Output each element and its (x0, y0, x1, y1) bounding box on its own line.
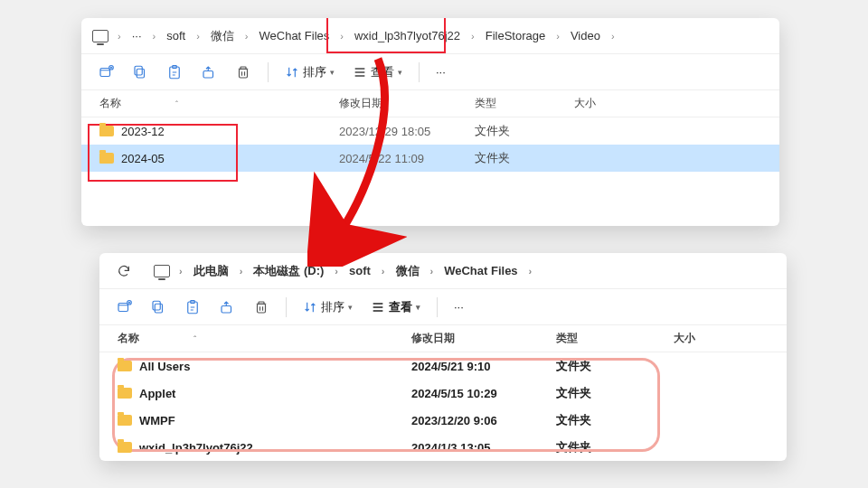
svg-rect-11 (153, 301, 160, 310)
sort-button[interactable]: 排序 ▾ (278, 61, 342, 84)
svg-rect-15 (258, 304, 266, 313)
paste-icon[interactable] (159, 59, 190, 86)
breadcrumb-item[interactable]: wxid_lp3h7lyot76j22 (351, 25, 464, 46)
chevron-right-icon: › (234, 266, 249, 277)
table-row-selected[interactable]: 2024-05 2024/5/22 11:09 文件夹 (81, 145, 779, 172)
file-name: All Users (139, 360, 190, 373)
sort-caret-icon: ˆ (175, 99, 178, 108)
this-pc-icon[interactable] (154, 265, 170, 277)
chevron-right-icon: › (174, 266, 188, 277)
toolbar: 排序 ▾ 查看 ▾ ··· (99, 289, 787, 325)
column-type[interactable]: 类型 (556, 331, 674, 346)
file-date: 2024/5/21 9:10 (411, 360, 556, 373)
view-label: 查看 (371, 64, 394, 80)
breadcrumb-item[interactable]: Video (567, 25, 604, 46)
file-type: 文件夹 (475, 150, 574, 166)
breadcrumb-ellipsis[interactable]: ··· (128, 25, 146, 46)
svg-rect-3 (135, 66, 142, 75)
chevron-right-icon: › (329, 266, 344, 277)
column-name-label: 名称 (99, 97, 121, 109)
copy-icon[interactable] (125, 59, 156, 86)
folder-icon (118, 361, 132, 371)
share-icon[interactable] (212, 294, 242, 321)
more-button[interactable]: ··· (447, 296, 471, 317)
chevron-right-icon: › (466, 31, 480, 42)
explorer-window-1: › ··· › soft › 微信 › WeChat Files › wxid_… (81, 18, 779, 226)
new-folder-icon[interactable] (108, 294, 139, 321)
column-size[interactable]: 大小 (674, 331, 737, 346)
chevron-right-icon: › (191, 31, 205, 42)
breadcrumb-item[interactable]: WeChat Files (440, 260, 521, 281)
table-row[interactable]: wxid_lp3h7lyot76j22 2024/1/3 13:05 文件夹 (99, 434, 787, 461)
table-row[interactable]: 2023-12 2023/12/29 18:05 文件夹 (81, 117, 779, 145)
file-name: WMPF (139, 414, 175, 427)
breadcrumb-item[interactable]: FileStorage (482, 25, 549, 46)
file-type: 文件夹 (556, 439, 674, 455)
separator (268, 62, 269, 82)
new-folder-icon[interactable] (90, 59, 121, 86)
breadcrumb-item[interactable]: 本地磁盘 (D:) (250, 259, 327, 283)
chevron-right-icon: › (147, 31, 162, 42)
share-icon[interactable] (193, 59, 224, 86)
table-row[interactable]: Applet 2024/5/15 10:29 文件夹 (99, 380, 787, 407)
column-date[interactable]: 修改日期 (411, 331, 556, 346)
separator (437, 297, 438, 317)
file-name: 2024-05 (121, 152, 165, 165)
chevron-right-icon: › (606, 31, 620, 42)
chevron-down-icon: ▾ (416, 303, 420, 312)
more-button[interactable]: ··· (429, 61, 453, 82)
chevron-right-icon: › (112, 31, 127, 42)
file-type: 文件夹 (556, 358, 674, 374)
copy-icon[interactable] (143, 294, 174, 321)
view-label: 查看 (389, 299, 412, 315)
column-type[interactable]: 类型 (475, 96, 574, 111)
breadcrumb-item[interactable]: soft (163, 25, 189, 46)
more-icon: ··· (436, 65, 446, 79)
table-row[interactable]: All Users 2024/5/21 9:10 文件夹 (99, 352, 787, 380)
chevron-right-icon: › (425, 266, 439, 277)
svg-rect-6 (203, 70, 213, 78)
more-icon: ··· (454, 300, 464, 314)
address-bar: › 此电脑 › 本地磁盘 (D:) › soft › 微信 › WeChat F… (99, 253, 787, 289)
column-name[interactable]: 名称ˆ (118, 331, 411, 346)
sort-button[interactable]: 排序 ▾ (296, 296, 360, 319)
table-row[interactable]: WMPF 2023/12/20 9:06 文件夹 (99, 407, 787, 434)
breadcrumb-item[interactable]: soft (345, 260, 374, 281)
column-name-label: 名称 (118, 332, 139, 344)
view-button[interactable]: 查看 ▾ (345, 61, 410, 84)
chevron-down-icon: ▾ (330, 68, 335, 77)
breadcrumb-item[interactable]: 微信 (207, 24, 238, 48)
chevron-right-icon: › (524, 266, 538, 277)
breadcrumb-item[interactable]: 此电脑 (190, 259, 232, 283)
folder-icon (118, 415, 132, 426)
file-date: 2023/12/29 18:05 (339, 125, 475, 138)
file-name: wxid_lp3h7lyot76j22 (139, 441, 253, 455)
folder-icon (99, 153, 114, 164)
breadcrumb-item[interactable]: 微信 (392, 259, 423, 283)
column-date[interactable]: 修改日期 (339, 96, 475, 111)
delete-icon[interactable] (246, 294, 277, 321)
sort-label: 排序 (321, 299, 344, 315)
chevron-right-icon: › (335, 31, 349, 42)
chevron-right-icon: › (551, 31, 565, 42)
breadcrumb-item[interactable]: WeChat Files (256, 25, 334, 46)
file-date: 2024/1/3 13:05 (411, 441, 556, 455)
svg-rect-7 (240, 69, 248, 78)
folder-icon (118, 388, 132, 399)
paste-icon[interactable] (177, 294, 208, 321)
this-pc-icon[interactable] (92, 30, 108, 42)
svg-rect-10 (155, 304, 162, 313)
column-size[interactable]: 大小 (574, 96, 646, 111)
folder-icon (99, 126, 114, 136)
column-name[interactable]: 名称ˆ (99, 96, 339, 111)
separator (286, 297, 287, 317)
chevron-right-icon: › (376, 266, 391, 277)
refresh-icon[interactable] (108, 258, 139, 285)
file-name: 2023-12 (121, 125, 165, 138)
view-button[interactable]: 查看 ▾ (363, 296, 428, 319)
file-type: 文件夹 (475, 123, 574, 139)
folder-icon (118, 442, 132, 453)
file-date: 2024/5/15 10:29 (411, 387, 556, 400)
delete-icon[interactable] (228, 59, 259, 86)
chevron-down-icon: ▾ (398, 68, 402, 77)
